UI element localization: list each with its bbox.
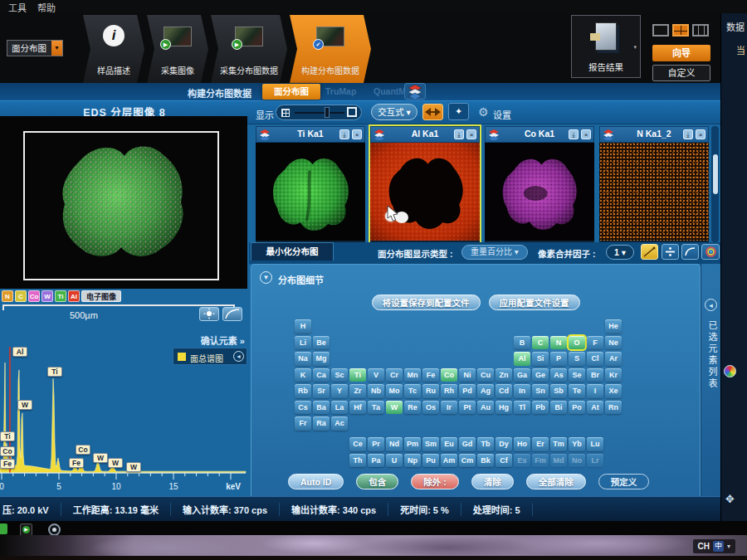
close-icon[interactable]: × [696,129,706,139]
element-li[interactable]: Li [295,336,311,350]
curve-icon[interactable] [681,244,699,260]
element-ca[interactable]: Ca [313,368,330,382]
map-image-n[interactable] [599,143,709,241]
element-lu[interactable]: Lu [587,437,603,451]
element-i[interactable]: I [587,384,603,398]
layout-columns-icon[interactable] [692,24,709,37]
element-ho[interactable]: Ho [514,437,530,451]
dock-data-label[interactable]: 数据 [726,20,745,33]
element-la[interactable]: La [331,401,348,415]
scrollbar-thumb[interactable] [713,154,718,194]
element-md[interactable]: Md [550,454,567,468]
layout-single-icon[interactable] [652,24,669,37]
element-nd[interactable]: Nd [386,437,403,451]
element-rh[interactable]: Rh [441,384,457,398]
element-os[interactable]: Os [422,401,439,415]
element-cr[interactable]: Cr [386,368,403,382]
element-xe[interactable]: Xe [605,384,622,398]
element-cs[interactable]: Cs [295,401,311,415]
export-icon[interactable]: ⤓ [569,129,579,139]
element-pa[interactable]: Pa [368,454,384,468]
element-hg[interactable]: Hg [496,401,512,415]
layer-chip-w[interactable]: W [42,290,53,302]
element-f[interactable]: F [587,336,603,350]
element-tm[interactable]: Tm [550,437,567,451]
colormap-icon[interactable] [701,244,720,260]
element-bk[interactable]: Bk [477,454,494,468]
element-v[interactable]: V [368,368,384,382]
element-cm[interactable]: Cm [459,454,476,468]
element-dy[interactable]: Dy [496,437,512,451]
element-es[interactable]: Es [514,454,530,468]
element-ir[interactable]: Ir [441,401,457,415]
action-button-ghost-[interactable]: 预定义 [598,474,650,489]
element-hf[interactable]: Hf [349,401,366,415]
taskbar-target-icon[interactable] [48,523,61,536]
element-se[interactable]: Se [569,368,585,382]
element-rb[interactable]: Rb [295,384,311,398]
element-pb[interactable]: Pb [532,401,549,415]
action-button-blue-[interactable]: 全部清除 [526,474,586,489]
menu-tools[interactable]: 工具 [8,0,27,14]
workflow-step-2[interactable]: ▶采集图像 [147,15,208,83]
element-ni[interactable]: Ni [459,368,476,382]
binning-factor-dropdown[interactable]: 1 ▾ [606,245,634,260]
element-re[interactable]: Re [404,401,421,415]
element-au[interactable]: Au [477,401,494,415]
apply-profile-button[interactable]: 应用配置文件设置 [489,295,580,310]
element-at[interactable]: At [587,401,603,415]
map-card-co[interactable]: Co Ka1 ⤓ × [485,126,594,242]
element-pu[interactable]: Pu [422,454,439,468]
element-cd[interactable]: Cd [496,384,512,398]
element-eu[interactable]: Eu [441,437,457,451]
element-si[interactable]: Si [532,352,549,366]
element-w[interactable]: W [386,401,403,415]
export-icon[interactable]: ⤓ [454,129,464,139]
element-ne[interactable]: Ne [605,336,622,350]
element-fm[interactable]: Fm [532,454,549,468]
element-mn[interactable]: Mn [404,368,421,382]
layered-image-view[interactable]: 分布图数据 8 [0,116,247,289]
scale-edit-icon[interactable] [641,244,658,260]
element-yb[interactable]: Yb [569,437,585,451]
language-indicator[interactable]: CH [698,542,710,551]
element-pr[interactable]: Pr [368,437,384,451]
element-h[interactable]: H [295,319,311,334]
element-rn[interactable]: Rn [605,401,622,415]
element-k[interactable]: K [295,368,311,382]
element-np[interactable]: Np [404,454,421,468]
workflow-step-4[interactable]: ✔构建分布图数据 [290,15,371,83]
element-pd[interactable]: Pd [459,384,476,398]
layer-chip-al[interactable]: Al [68,290,80,302]
element-pt[interactable]: Pt [459,401,476,415]
binning-icon[interactable] [422,104,443,120]
element-cu[interactable]: Cu [477,368,494,382]
element-cl[interactable]: Cl [587,352,603,366]
brightness-icon[interactable]: ✦ [448,103,469,120]
element-c[interactable]: C [532,336,549,350]
map-card-ti[interactable]: Ti Ka1 ⤓ × [256,126,365,242]
menu-help[interactable]: 帮助 [37,0,56,14]
settings-label[interactable]: 设置 [493,108,511,121]
slider-handle[interactable] [325,107,330,118]
workflow-step-3[interactable]: ▶采集分布图数据 [211,15,287,83]
gamma-curve-icon[interactable] [222,307,242,321]
layers-icon[interactable] [404,83,426,100]
element-tc[interactable]: Tc [404,384,421,398]
close-icon[interactable]: × [581,129,591,139]
element-te[interactable]: Te [569,384,585,398]
element-n[interactable]: N [550,336,567,350]
taskbar-play-icon[interactable]: ▶ [20,523,32,536]
element-pm[interactable]: Pm [404,437,421,451]
element-zn[interactable]: Zn [496,368,512,382]
element-ta[interactable]: Ta [368,401,384,415]
palette-icon[interactable] [724,365,736,377]
element-ar[interactable]: Ar [605,352,622,366]
move-icon[interactable]: ✥ [725,493,735,505]
workflow-step-1[interactable]: i样品描述 [83,15,144,83]
save-profile-button[interactable]: 将设置保存到配置文件 [372,295,481,310]
map-image-al[interactable] [370,143,480,241]
element-sm[interactable]: Sm [422,437,439,451]
element-sn[interactable]: Sn [532,384,549,398]
element-in[interactable]: In [514,384,530,398]
